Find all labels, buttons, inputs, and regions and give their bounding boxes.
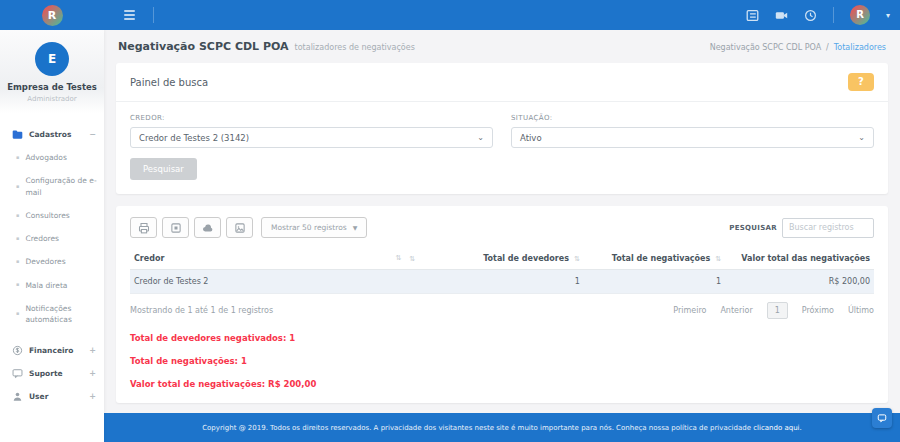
bullet-icon: ▪ xyxy=(16,235,19,243)
sidebar-item-label: Suporte xyxy=(29,369,63,378)
column-label: Total de negativações xyxy=(612,254,710,263)
sidebar-item-financeiro[interactable]: Financeiro + xyxy=(0,339,104,362)
sort-icon: ⇅ xyxy=(395,254,401,262)
column-label: Credor xyxy=(134,254,164,263)
sort-icon: ⇅ xyxy=(715,255,721,263)
sidebar-item-mala-direta[interactable]: ▪Mala direta xyxy=(0,274,104,297)
total-devedores-text: Total de devedores negativados: 1 xyxy=(130,333,874,343)
sidebar-item-label: Notificações automáticas xyxy=(25,303,98,326)
sidebar-item-label: Consultores xyxy=(25,210,69,221)
company-name: Empresa de Testes xyxy=(4,82,100,92)
sidebar-menu: Cadastros − ▪Advogados ▪Configuração de … xyxy=(0,113,104,408)
chevron-down-icon: ⌄ xyxy=(858,133,865,142)
pagination-next[interactable]: Próximo xyxy=(802,306,834,315)
results-panel: Mostrar 50 registros ▼ PESQUISAR Credor⇅… xyxy=(116,206,888,403)
page-length-select[interactable]: Mostrar 50 registros ▼ xyxy=(261,217,367,238)
app-logo-icon: R xyxy=(42,5,63,26)
topbar-divider xyxy=(153,7,154,23)
column-header-valor-total[interactable]: Valor total das negativações xyxy=(725,248,874,270)
sort-icon: ⇅ xyxy=(409,255,415,263)
pagination-last[interactable]: Último xyxy=(848,306,874,315)
credor-select[interactable]: Credor de Testes 2 (3142) ⌄ xyxy=(130,127,493,148)
sidebar-item-user[interactable]: User + xyxy=(0,385,104,408)
chat-widget-button[interactable] xyxy=(872,408,892,428)
collapse-icon: − xyxy=(89,130,96,139)
topbar: R R ▾ xyxy=(0,0,900,30)
copyright-text: Copyright @ 2019. Todos os direitos rese… xyxy=(202,424,753,432)
sidebar-profile: E Empresa de Testes Administrador xyxy=(0,30,104,113)
cell-negativacoes: 1 xyxy=(584,270,725,294)
checklist-icon[interactable] xyxy=(746,9,759,22)
company-role: Administrador xyxy=(4,95,100,103)
bullet-icon: ▪ xyxy=(16,258,19,266)
credor-label: CREDOR: xyxy=(130,114,493,122)
page-subtitle: totalizadores de negativações xyxy=(295,43,415,52)
table-toolbar: Mostrar 50 registros ▼ PESQUISAR xyxy=(130,217,874,238)
search-panel-title: Painel de busca xyxy=(130,77,208,88)
folder-icon xyxy=(12,129,23,140)
sidebar-item-cadastros[interactable]: Cadastros − xyxy=(0,123,104,146)
export-pdf-button[interactable] xyxy=(226,217,253,238)
bullet-icon: ▪ xyxy=(16,281,19,289)
camera-icon[interactable] xyxy=(775,9,788,22)
footer: Copyright @ 2019. Todos os direitos rese… xyxy=(104,413,900,442)
sidebar-item-label: Configuração de e-mail xyxy=(25,175,98,198)
sidebar-item-suporte[interactable]: Suporte + xyxy=(0,362,104,385)
sidebar-item-label: Cadastros xyxy=(29,130,71,139)
bullet-icon: ▪ xyxy=(16,212,19,220)
breadcrumb-current[interactable]: Totalizadores xyxy=(834,43,886,52)
cell-credor: Credor de Testes 2 xyxy=(130,270,405,294)
sidebar-item-credores[interactable]: ▪Credores xyxy=(0,227,104,250)
print-button[interactable] xyxy=(130,217,157,238)
pagination-prev[interactable]: Anterior xyxy=(720,306,752,315)
sidebar-item-label: Mala direta xyxy=(25,280,67,291)
help-button[interactable]: ? xyxy=(848,73,874,91)
hamburger-icon[interactable] xyxy=(120,6,139,24)
expand-icon: + xyxy=(89,346,96,355)
column-header-total-negativacoes[interactable]: Total de negativações⇅ xyxy=(584,248,725,270)
export-cloud-button[interactable] xyxy=(194,217,221,238)
column-header-spacer[interactable]: ⇅ xyxy=(405,248,442,270)
sidebar-item-label: Financeiro xyxy=(29,346,73,355)
chevron-down-icon: ⌄ xyxy=(477,133,484,142)
person-icon xyxy=(12,391,23,402)
copy-button[interactable] xyxy=(162,217,189,238)
table-info: Mostrando de 1 até 1 de 1 registros xyxy=(130,306,273,315)
sidebar-item-consultores[interactable]: ▪Consultores xyxy=(0,204,104,227)
chat-icon xyxy=(12,368,23,379)
column-header-credor[interactable]: Credor⇅ xyxy=(130,248,405,270)
search-panel: Painel de busca ? CREDOR: Credor de Test… xyxy=(116,63,888,194)
clock-icon[interactable] xyxy=(804,9,817,22)
table-search-input[interactable] xyxy=(782,218,874,238)
sidebar-item-label: Advogados xyxy=(25,152,66,163)
page-length-label: Mostrar 50 registros xyxy=(271,223,347,232)
pagination-page-1[interactable]: 1 xyxy=(767,302,788,319)
table-search-label: PESQUISAR xyxy=(729,224,777,232)
cell-valor: R$ 200,00 xyxy=(725,270,874,294)
bullet-icon: ▪ xyxy=(16,183,19,191)
situacao-select[interactable]: Ativo ⌄ xyxy=(511,127,874,148)
totals-summary: Total de devedores negativados: 1 Total … xyxy=(130,333,874,389)
pagination-first[interactable]: Primeiro xyxy=(673,306,706,315)
breadcrumb: Negativação SCPC CDL POA / Totalizadores xyxy=(710,43,886,52)
column-header-total-devedores[interactable]: Total de devedores⇅ xyxy=(442,248,583,270)
coin-icon xyxy=(12,345,23,356)
privacy-link[interactable]: clicando aqui. xyxy=(753,424,802,432)
sidebar-item-label: Credores xyxy=(25,233,59,244)
breadcrumb-separator: / xyxy=(826,43,829,52)
sidebar-item-advogados[interactable]: ▪Advogados xyxy=(0,146,104,169)
situacao-select-value: Ativo xyxy=(520,133,542,143)
chevron-down-icon[interactable]: ▾ xyxy=(886,11,890,20)
sidebar-item-devedores[interactable]: ▪Devedores xyxy=(0,250,104,273)
credor-select-value: Credor de Testes 2 (3142) xyxy=(139,133,249,143)
print-icon xyxy=(138,222,150,234)
pesquisar-button[interactable]: Pesquisar xyxy=(130,158,197,180)
bullet-icon: ▪ xyxy=(16,310,19,318)
user-avatar[interactable]: R xyxy=(850,5,870,25)
sidebar-item-configuracao-email[interactable]: ▪Configuração de e-mail xyxy=(0,169,104,204)
column-label: Valor total das negativações xyxy=(741,254,870,263)
table-row: Credor de Testes 2 1 1 R$ 200,00 xyxy=(130,270,874,294)
total-negativacoes-text: Total de negativações: 1 xyxy=(130,356,874,366)
sidebar-item-notificacoes-automaticas[interactable]: ▪Notificações automáticas xyxy=(0,297,104,332)
page-title: Negativação SCPC CDL POA xyxy=(118,40,289,53)
